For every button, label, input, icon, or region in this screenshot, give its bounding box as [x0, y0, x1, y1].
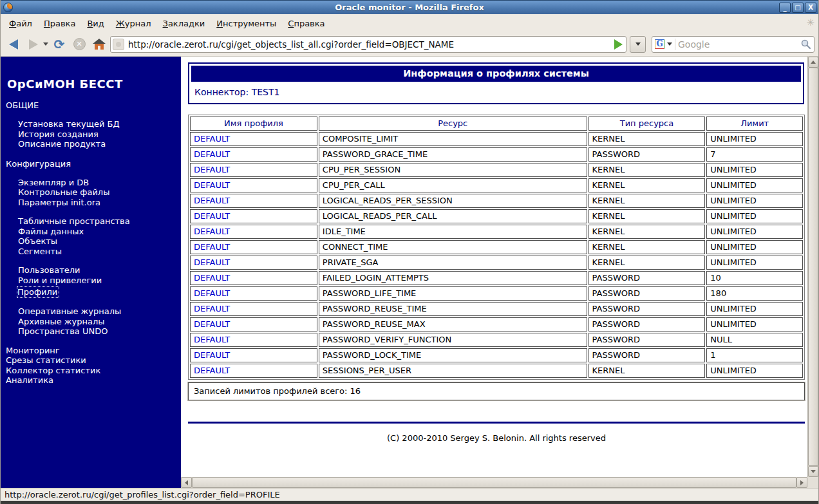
- scroll-up-button[interactable]: [808, 57, 818, 68]
- maximize-button[interactable]: □: [792, 3, 804, 13]
- sidebar-item-пользователи[interactable]: Пользователи: [1, 265, 181, 275]
- sidebar-item-файлы-данных[interactable]: Файлы данных: [1, 227, 181, 237]
- profile-link[interactable]: DEFAULT: [190, 302, 317, 316]
- vertical-scrollbar[interactable]: [807, 57, 818, 477]
- profile-link[interactable]: DEFAULT: [190, 256, 317, 270]
- menu-справка[interactable]: Справка: [282, 16, 330, 31]
- browser-window: Oracle monitor - Mozilla Firefox _ □ X Ф…: [0, 0, 819, 504]
- horizontal-scrollbar-thumb[interactable]: [192, 477, 796, 488]
- table-cell: CPU_PER_CALL: [319, 178, 587, 192]
- sidebar-item-параметры-init-ora[interactable]: Параметры init.ora: [1, 198, 181, 208]
- table-cell: 180: [706, 286, 803, 301]
- sidebar-item-срезы-статистики[interactable]: Срезы статистики: [1, 355, 181, 366]
- search-box[interactable]: G Google: [652, 36, 814, 53]
- chevron-down-icon: [635, 42, 641, 46]
- search-engine-dropdown-icon[interactable]: [667, 42, 672, 46]
- table-cell: KERNEL: [588, 240, 706, 254]
- table-cell: PASSWORD: [588, 333, 706, 347]
- url-bar[interactable]: http://oracle.zerot.ru/cgi/get_objects_l…: [110, 36, 626, 53]
- sidebar-item-сегменты[interactable]: Сегменты: [1, 247, 181, 257]
- menu-инструменты[interactable]: Инструменты: [211, 16, 282, 31]
- table-cell: UNLIMITED: [706, 317, 803, 331]
- scroll-right-button[interactable]: [796, 477, 807, 488]
- table-row: DEFAULTIDLE_TIMEKERNELUNLIMITED: [190, 225, 803, 239]
- column-header[interactable]: Ресурс: [319, 117, 587, 131]
- profile-link[interactable]: DEFAULT: [190, 348, 317, 362]
- home-button[interactable]: [90, 35, 108, 53]
- sidebar-item-пространства-undo[interactable]: Пространства UNDO: [1, 326, 181, 337]
- scroll-left-button[interactable]: [181, 477, 192, 488]
- profile-link[interactable]: DEFAULT: [190, 178, 317, 192]
- table-cell: KERNEL: [588, 209, 706, 223]
- info-panel: Информация о профилях системы Коннектор:…: [188, 62, 804, 104]
- menu-журнал[interactable]: Журнал: [110, 16, 157, 31]
- sidebar-item-роли-и-привелегии[interactable]: Роли и привелегии: [1, 275, 181, 286]
- profile-link[interactable]: DEFAULT: [190, 209, 317, 223]
- sidebar-item-установка-текущей-бд[interactable]: Установка текущей БД: [1, 119, 181, 129]
- profile-link[interactable]: DEFAULT: [190, 194, 317, 208]
- column-header[interactable]: Тип ресурса: [588, 117, 706, 131]
- column-header[interactable]: Лимит: [706, 117, 803, 131]
- scroll-down-button[interactable]: [808, 466, 818, 477]
- horizontal-scrollbar[interactable]: [181, 477, 807, 488]
- profile-link[interactable]: DEFAULT: [190, 225, 317, 239]
- vertical-scrollbar-thumb[interactable]: [808, 68, 818, 466]
- profile-link[interactable]: DEFAULT: [190, 317, 317, 331]
- sidebar-item-профили[interactable]: Профили: [17, 287, 59, 297]
- table-cell: IDLE_TIME: [319, 225, 587, 239]
- forward-button[interactable]: [24, 35, 42, 53]
- profile-link[interactable]: DEFAULT: [190, 271, 317, 285]
- menu-файл[interactable]: Файл: [3, 16, 38, 31]
- table-cell: KERNEL: [588, 256, 706, 270]
- table-cell: UNLIMITED: [706, 163, 803, 177]
- table-cell: KERNEL: [588, 225, 706, 239]
- google-engine-icon[interactable]: G: [655, 39, 664, 49]
- arrow-up-icon: [811, 61, 816, 64]
- history-dropdown-icon[interactable]: [43, 42, 48, 46]
- url-input[interactable]: http://oracle.zerot.ru/cgi/get_objects_l…: [124, 39, 614, 50]
- search-icon[interactable]: [800, 39, 811, 50]
- close-button[interactable]: X: [805, 3, 816, 13]
- menu-закладки[interactable]: Закладки: [157, 16, 211, 31]
- profile-link[interactable]: DEFAULT: [190, 364, 317, 378]
- profile-link[interactable]: DEFAULT: [190, 132, 317, 146]
- sidebar-item-коллектор-статистик[interactable]: Коллектор статистик: [1, 366, 181, 376]
- stop-button[interactable]: ✕: [70, 35, 88, 53]
- table-cell: 1: [706, 348, 803, 362]
- sidebar-item-экземпляр-и-db[interactable]: Экземпляр и DB: [1, 178, 181, 188]
- copyright-text: (C) 2000-2010 Sergey S. Belonin. All rig…: [188, 433, 805, 443]
- sidebar-item-история-создания[interactable]: История создания: [1, 129, 181, 140]
- arrow-right-icon: [800, 480, 804, 485]
- back-button[interactable]: [5, 35, 23, 53]
- sidebar-item-описание-продукта[interactable]: Описание продукта: [1, 139, 181, 149]
- table-cell: UNLIMITED: [706, 364, 803, 378]
- profile-link[interactable]: DEFAULT: [190, 163, 317, 177]
- profile-link[interactable]: DEFAULT: [190, 240, 317, 254]
- sidebar: ОрСиМОН БЕССТ ОБЩИЕУстановка текущей БДИ…: [1, 57, 181, 488]
- table-cell: UNLIMITED: [706, 256, 803, 270]
- search-input[interactable]: Google: [678, 39, 800, 50]
- minimize-button[interactable]: _: [779, 3, 791, 13]
- sidebar-item-мониторинг[interactable]: Мониторинг: [1, 346, 181, 356]
- sidebar-item-объекты[interactable]: Объекты: [1, 236, 181, 247]
- column-header[interactable]: Имя профиля: [190, 117, 317, 131]
- sidebar-item-архивные-журналы[interactable]: Архивные журналы: [1, 317, 181, 327]
- menu-вид[interactable]: Вид: [81, 16, 109, 31]
- table-cell: CPU_PER_SESSION: [319, 163, 587, 177]
- profile-link[interactable]: DEFAULT: [190, 286, 317, 301]
- reload-button[interactable]: ⟳: [50, 35, 68, 53]
- forward-icon: [29, 39, 38, 50]
- menu-правка[interactable]: Правка: [38, 16, 81, 31]
- go-icon[interactable]: [614, 39, 623, 50]
- table-cell: PASSWORD: [588, 302, 706, 316]
- separator: [675, 39, 675, 50]
- profile-link[interactable]: DEFAULT: [190, 147, 317, 162]
- sidebar-item-табличные-пространства[interactable]: Табличные пространства: [1, 216, 181, 227]
- profile-link[interactable]: DEFAULT: [190, 333, 317, 347]
- arrow-down-icon: [811, 470, 816, 473]
- table-cell: KERNEL: [588, 364, 706, 378]
- url-dropdown-button[interactable]: [630, 36, 646, 53]
- sidebar-item-контрольные-файлы[interactable]: Контрольные файлы: [1, 187, 181, 198]
- sidebar-item-аналитика[interactable]: Аналитика: [1, 375, 181, 386]
- sidebar-item-оперативные-журналы[interactable]: Оперативные журналы: [1, 306, 181, 317]
